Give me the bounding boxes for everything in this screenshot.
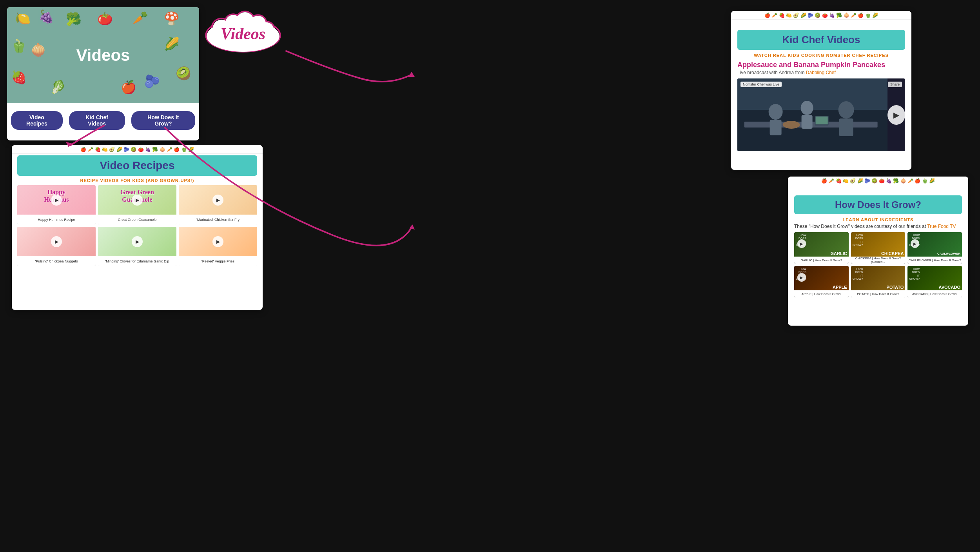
fruit-deco-11: 🫐	[144, 74, 160, 89]
hdg-potato-bg: HOWDOESITGROW? POTATO	[851, 266, 906, 290]
hdg-thumb-avocado[interactable]: HOWDOESITGROW? AVOCADO AVOCADO | How Doe…	[907, 266, 962, 297]
kc-play-button[interactable]: ▶	[887, 105, 905, 125]
video-recipes-panel: 🍎 🥕 🍓 🍋 🥑 🌽 🫐 🥝 🍅 🍇 🥦 🧅 🥕 🍎 🫑 🌽 Video Re…	[12, 145, 263, 310]
play-btn-guac[interactable]: ▶	[132, 195, 143, 206]
hdg-thumb-potato[interactable]: HOWDOESITGROW? POTATO POTATO | How Does …	[851, 266, 906, 297]
fruit-deco-3: 🥦	[66, 12, 82, 27]
hdg-apple-name: APPLE	[833, 285, 847, 290]
hdg-garlic-name: GARLIC	[830, 251, 847, 256]
kc-food-strip: 🍎 🥕 🍓 🍋 🥑 🌽 🫐 🥝 🍅 🍇 🥦 🧅 🥕 🍎 🫑 🌽	[731, 11, 911, 20]
hero-banner: 🍋 🍇 🥦 🍅 🥕 🍄 🫑 🧅 🌽 🍓 🫐 🥝 🥬 🍎 Videos	[7, 7, 199, 103]
svg-rect-24	[816, 117, 828, 124]
hdg-cauliflower-name: CAULIFLOWER	[937, 252, 960, 256]
fruit-deco-5: 🥕	[132, 10, 148, 25]
video-recipes-header: Video Recipes	[17, 155, 257, 176]
kc-video-bg	[737, 78, 887, 151]
kc-header-box: Kid Chef Videos	[737, 30, 905, 50]
video-thumb-guac[interactable]: Great GreenGuacamole ▶ Great Green Guaca…	[98, 185, 176, 224]
hdg-potato-label: POTATO | How Does It Grow?	[851, 290, 906, 297]
hummus-label: Happy Hummus Recipe	[17, 215, 96, 224]
svg-rect-17	[770, 120, 782, 135]
video-thumb-veggie[interactable]: ▶ 'Peeled' Veggie Fries	[179, 227, 257, 266]
play-btn-chicken[interactable]: ▶	[212, 195, 223, 206]
svg-rect-19	[802, 115, 813, 129]
hdg-title: How Does It Grow?	[835, 199, 921, 210]
hdg-apple-play[interactable]: ▶	[797, 273, 806, 282]
hdg-apple-label: APPLE | How Does It Grow?	[794, 290, 849, 297]
guac-label: Great Green Guacamole	[98, 215, 176, 224]
video-thumb-chickpea[interactable]: ▶ 'Pulsing' Chickpea Nuggets	[17, 227, 96, 266]
video-thumb-cloves[interactable]: ▶ 'Mincing' Cloves for Edamame Garlic Di…	[98, 227, 176, 266]
svg-rect-21	[839, 118, 853, 136]
video-grid: HappyHummus ▶ Happy Hummus Recipe Great …	[12, 185, 263, 270]
hdg-strip-icons: 🍎 🥕 🍓 🍋 🥑 🌽 🫐 🥝 🍅 🍇 🥦 🧅 🥕 🍎 🫑 🌽	[821, 178, 935, 184]
hdg-video-grid: HOWDOESITGROW? GARLIC ▶ GARLIC | How Doe…	[788, 232, 968, 300]
kc-video-label: Nomster Chef was Live	[740, 82, 782, 87]
hdg-desc: These "How Does it Grow" videos are cour…	[788, 223, 968, 232]
hdg-desc-link[interactable]: True Food TV	[927, 224, 956, 229]
kc-share-btn[interactable]: Share	[888, 82, 902, 87]
hdg-chickpea-howtext: HOWDOESITGROW?	[853, 234, 863, 247]
kc-broadcast: Live broadcast with Andrea from Dabbling…	[731, 70, 911, 78]
fruit-deco-4: 🍅	[97, 11, 113, 26]
kc-recipe-title: Applesauce and Banana Pumpkin Pancakes	[731, 59, 911, 70]
video-recipes-subtitle: RECIPE VIDEOS FOR KIDS (AND GROWN-UPS!)	[12, 178, 263, 183]
tab-kid-chef-videos[interactable]: Kid Chef Videos	[69, 111, 125, 130]
fruit-deco-8: 🧅	[31, 42, 46, 57]
hdg-chickpea-label: CHICKPEA | How Does It Grow? (Garben...	[851, 257, 906, 264]
play-btn-chickpea[interactable]: ▶	[51, 236, 62, 247]
fruit-deco-9: 🌽	[164, 36, 180, 51]
svg-point-20	[838, 101, 854, 118]
videos-cloud: Videos	[200, 8, 286, 55]
hdg-thumb-chickpea[interactable]: HOWDOESITGROW? CHICKPEA CHICKPEA | How D…	[851, 232, 906, 264]
hero-title: Videos	[76, 46, 130, 65]
hdg-thumb-cauliflower[interactable]: HOWDOESITGROW? CAULIFLOWER ▶ CAULIFLOWER…	[907, 232, 962, 264]
fruit-deco-7: 🫑	[11, 38, 27, 53]
chicken-label: 'Marinated' Chicken Stir Fry	[179, 215, 257, 224]
cloves-label: 'Mincing' Cloves for Edamame Garlic Dip	[98, 256, 176, 266]
svg-point-18	[801, 101, 813, 115]
play-btn-hummus[interactable]: ▶	[51, 195, 62, 206]
hdg-garlic-play[interactable]: ▶	[797, 239, 806, 248]
play-btn-cloves[interactable]: ▶	[132, 236, 143, 247]
hdg-desc-text: These "How Does it Grow" videos are cour…	[794, 224, 927, 229]
thumb-veggie-bg: ▶	[179, 227, 257, 256]
chickpea-label: 'Pulsing' Chickpea Nuggets	[17, 256, 96, 266]
tab-video-recipes[interactable]: Video Recipes	[11, 111, 63, 130]
hdg-thumb-garlic[interactable]: HOWDOESITGROW? GARLIC ▶ GARLIC | How Doe…	[794, 232, 849, 264]
hdg-avocado-label: AVOCADO | How Does It Grow?	[907, 290, 962, 297]
kc-subtitle: WATCH REAL KIDS COOKING NOMSTER CHEF REC…	[731, 53, 911, 58]
kc-broadcast-text: Live broadcast with Andrea from	[737, 70, 806, 75]
svg-marker-25	[408, 72, 415, 77]
video-recipes-title: Video Recipes	[100, 159, 175, 171]
nav-tabs-container: Video Recipes Kid Chef Videos How Does I…	[7, 103, 199, 138]
kc-broadcast-link[interactable]: Dabbling Chef	[806, 70, 836, 75]
svg-rect-14	[737, 110, 887, 151]
hdg-avocado-name: AVOCADO	[939, 285, 960, 290]
video-thumb-chicken[interactable]: ▶ 'Marinated' Chicken Stir Fry	[179, 185, 257, 224]
fruit-deco-2: 🍇	[38, 9, 54, 24]
videos-hero-card: 🍋 🍇 🥦 🍅 🥕 🍄 🫑 🧅 🌽 🍓 🫐 🥝 🥬 🍎 Videos Video…	[7, 7, 199, 140]
hdg-potato-name: POTATO	[886, 285, 904, 290]
kc-strip-icons: 🍎 🥕 🍓 🍋 🥑 🌽 🫐 🥝 🍅 🍇 🥦 🧅 🥕 🍎 🫑 🌽	[764, 13, 878, 18]
fruit-deco-10: 🍓	[11, 70, 27, 85]
hdg-avocado-bg: HOWDOESITGROW? AVOCADO	[907, 266, 962, 290]
hdg-thumb-apple[interactable]: HOWDOESITGROW? APPLE ▶ APPLE | How Does …	[794, 266, 849, 297]
hdg-avocado-howtext: HOWDOESITGROW?	[909, 268, 920, 281]
thumb-chickpea-bg: ▶	[17, 227, 96, 256]
hdg-chickpea-name: CHICKPEA	[881, 251, 904, 256]
hdg-cauliflower-label: CAULIFLOWER | How Does It Grow?	[907, 257, 962, 264]
hdg-subtitle: LEARN ABOUT INGREDIENTS	[788, 217, 968, 222]
food-strip-icons: 🍎 🥕 🍓 🍋 🥑 🌽 🫐 🥝 🍅 🍇 🥦 🧅 🥕 🍎 🫑 🌽	[80, 147, 194, 152]
thumb-cloves-bg: ▶	[98, 227, 176, 256]
kc-title: Kid Chef Videos	[782, 34, 860, 46]
play-btn-veggie[interactable]: ▶	[212, 236, 223, 247]
kc-video-container[interactable]: Nomster Chef was Live Share ▶	[737, 78, 905, 151]
hdg-panel: 🍎 🥕 🍓 🍋 🥑 🌽 🫐 🥝 🍅 🍇 🥦 🧅 🥕 🍎 🫑 🌽 How Does…	[788, 177, 968, 326]
video-thumb-hummus[interactable]: HappyHummus ▶ Happy Hummus Recipe	[17, 185, 96, 224]
thumb-chicken-bg: ▶	[179, 185, 257, 215]
tab-how-does-it-grow[interactable]: How Does It Grow?	[131, 111, 195, 130]
veggie-label: 'Peeled' Veggie Fries	[179, 256, 257, 266]
fruit-deco-6: 🍄	[164, 11, 180, 26]
hdg-garlic-label: GARLIC | How Does It Grow?	[794, 257, 849, 264]
